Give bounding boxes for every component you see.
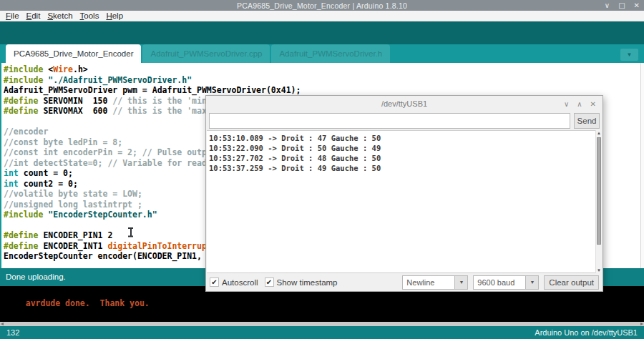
serial-monitor-window: /dev/ttyUSB1 ∨ ∧ ✕ Send 10:53:10.089 -> … — [205, 95, 603, 292]
window-title: PCA9685_Drive_Motor_Encoder | Arduino 1.… — [237, 1, 407, 10]
line-ending-value: Newline — [402, 275, 455, 290]
scroll-up-icon[interactable]: ▲ — [596, 131, 602, 135]
minimize-icon[interactable]: ∨ — [605, 2, 610, 9]
line-ending-select[interactable]: Newline ▼ — [402, 275, 468, 290]
code-line: #include "./Adafruit_PWMServoDriver.h" — [4, 75, 644, 86]
show-timestamp-checkbox[interactable]: ✔ Show timestamp — [265, 277, 338, 287]
autoscroll-checkbox[interactable]: ✔ Autoscroll — [210, 277, 258, 287]
line-number: 132 — [6, 328, 19, 337]
chevron-down-icon: ▼ — [525, 275, 539, 290]
arduino-ide-window: PCA9685_Drive_Motor_Encoder | Arduino 1.… — [0, 0, 644, 339]
send-button[interactable]: Send — [574, 113, 600, 129]
tab-adafruit_pwmservodriver.h[interactable]: Adafruit_PWMServoDriver.h — [271, 44, 390, 63]
serial-output-line: 10:53:10.089 -> Droit : 47 Gauche : 50 — [209, 133, 593, 143]
tab-list-dropdown-button[interactable]: ▼ — [620, 49, 638, 61]
serial-monitor-titlebar: /dev/ttyUSB1 ∨ ∧ ✕ — [206, 96, 602, 112]
tab-adafruit_pwmservodriver.cpp[interactable]: Adafruit_PWMServoDriver.cpp — [142, 44, 270, 63]
menu-bar: FileEditSketchToolsHelp — [0, 11, 644, 21]
serial-output-scrollbar[interactable]: ▲ ▼ — [595, 130, 602, 273]
autoscroll-label: Autoscroll — [222, 278, 258, 287]
shade-icon[interactable]: ∨ — [564, 100, 569, 108]
board-port-info: Arduino Uno on /dev/ttyUSB1 — [535, 328, 638, 337]
serial-input[interactable] — [209, 113, 570, 129]
console-text: avrdude done. Thank you. — [26, 298, 150, 308]
chevron-down-icon: ▼ — [627, 51, 633, 58]
baud-rate-select[interactable]: 9600 baud ▼ — [473, 275, 539, 290]
serial-monitor-controls: ✔ Autoscroll ✔ Show timestamp Newline ▼ … — [206, 273, 602, 291]
toolbar — [0, 21, 644, 44]
baud-rate-value: 9600 baud — [473, 275, 526, 290]
serial-monitor-title: /dev/ttyUSB1 — [381, 99, 427, 108]
menu-item-edit[interactable]: Edit — [23, 11, 44, 20]
close-icon[interactable]: ✕ — [634, 2, 640, 9]
serial-output-line: 10:53:37.259 -> Droit : 49 Gauche : 50 — [209, 163, 593, 173]
serial-output: 10:53:10.089 -> Droit : 47 Gauche : 5010… — [207, 130, 602, 273]
window-titlebar: PCA9685_Drive_Motor_Encoder | Arduino 1.… — [0, 0, 644, 11]
menu-item-help[interactable]: Help — [102, 11, 127, 20]
tab-bar: PCA9685_Drive_Motor_EncoderAdafruit_PWMS… — [0, 44, 644, 63]
checkmark-icon: ✔ — [265, 277, 274, 287]
show-timestamp-label: Show timestamp — [277, 278, 338, 287]
menu-item-tools[interactable]: Tools — [77, 11, 103, 20]
status-message: Done uploading. — [6, 272, 66, 281]
tab-pca9685_drive_motor_encoder[interactable]: PCA9685_Drive_Motor_Encoder — [6, 44, 141, 63]
menu-item-sketch[interactable]: Sketch — [44, 11, 76, 20]
scroll-down-icon[interactable]: ▼ — [596, 268, 602, 272]
code-line: Adafruit_PWMServoDriver pwm = Adafruit_P… — [4, 85, 644, 96]
editor-scrollbar[interactable] — [640, 63, 644, 268]
bottom-status-bar: 132 Arduino Uno on /dev/ttyUSB1 — [0, 326, 644, 339]
scrollbar-thumb[interactable] — [597, 137, 601, 245]
menu-item-file[interactable]: File — [2, 11, 23, 20]
serial-output-line: 10:53:22.090 -> Droit : 50 Gauche : 49 — [209, 143, 593, 153]
clear-output-button[interactable]: Clear output — [544, 275, 599, 290]
serial-output-line: 10:53:27.702 -> Droit : 48 Gauche : 50 — [209, 153, 593, 163]
maximize-icon[interactable]: □ — [618, 2, 625, 9]
close-icon[interactable]: ✕ — [590, 100, 596, 108]
send-label: Send — [577, 117, 597, 125]
code-line: #include <Wire.h> — [4, 64, 644, 75]
unshade-icon[interactable]: ∧ — [577, 100, 582, 108]
mouse-cursor-ibeam — [127, 227, 134, 237]
checkmark-icon: ✔ — [210, 277, 219, 287]
clear-output-label: Clear output — [549, 278, 594, 287]
chevron-down-icon: ▼ — [454, 275, 468, 290]
